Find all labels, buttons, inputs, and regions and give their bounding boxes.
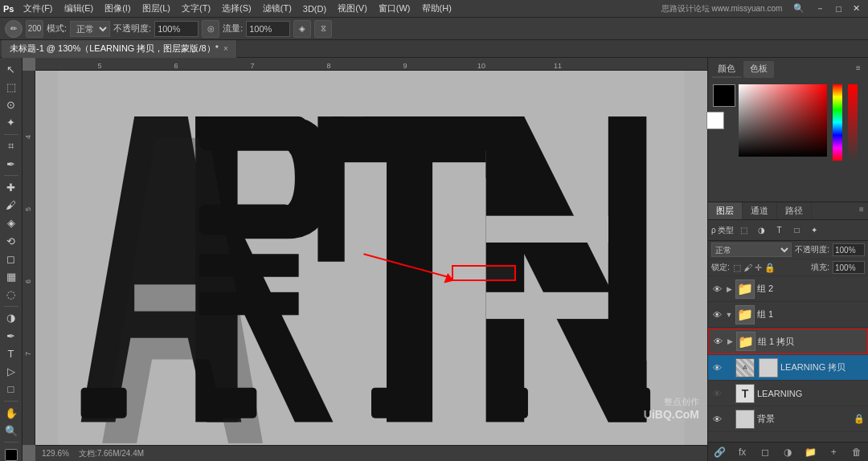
tab-swatches[interactable]: 色板 <box>743 61 774 78</box>
crop-tool[interactable]: ⌗ <box>2 138 20 154</box>
tab-channels[interactable]: 通道 <box>743 202 777 219</box>
tab-paths[interactable]: 路径 <box>777 202 812 219</box>
menu-image[interactable]: 图像(I) <box>100 1 135 16</box>
eraser-tool[interactable]: ◻ <box>2 251 20 267</box>
kind-label: ρ 类型 <box>711 225 734 236</box>
canvas-area[interactable]: 5 6 7 8 9 10 11 4 5 6 7 <box>23 58 707 461</box>
brush-tool-icon[interactable]: ✏ <box>5 20 23 38</box>
alpha-slider[interactable] <box>848 84 858 161</box>
menu-help[interactable]: 帮助(H) <box>417 1 457 16</box>
menu-edit[interactable]: 编辑(E) <box>59 1 99 16</box>
healing-tool[interactable]: ✚ <box>2 179 20 195</box>
layer-item-group2[interactable]: 👁 ▶ 📁 组 2 <box>708 276 868 302</box>
window-close[interactable]: ✕ <box>848 2 865 15</box>
gradient-tool[interactable]: ▦ <box>2 268 20 284</box>
shape-tool[interactable]: □ <box>2 381 20 398</box>
menu-3d[interactable]: 3D(D) <box>298 2 331 15</box>
layer-visibility-learning[interactable]: 👁 <box>711 389 723 398</box>
menu-text[interactable]: 文字(T) <box>177 1 215 16</box>
layer-blend-select[interactable]: 正常 <box>711 243 792 257</box>
text-tool[interactable]: T <box>2 345 20 361</box>
window-minimize[interactable]: － <box>811 1 829 16</box>
layer-item-background[interactable]: 👁 背景 🔒 <box>708 406 868 432</box>
flow-input[interactable] <box>246 21 290 37</box>
layer-visibility-learning-copy[interactable]: 👁 <box>711 363 723 373</box>
clone-tool[interactable]: ◈ <box>2 215 20 231</box>
layers-list[interactable]: 👁 ▶ 📁 组 2 👁 ▼ 📁 组 1 <box>708 276 868 442</box>
color-panel-menu-btn[interactable]: ≡ <box>852 61 865 74</box>
menu-window[interactable]: 窗口(W) <box>374 1 416 16</box>
flow-label: 流量: <box>223 22 243 35</box>
path-select-tool[interactable]: ▷ <box>2 364 20 380</box>
eyedropper-tool[interactable]: ✒ <box>2 156 20 172</box>
hue-slider[interactable] <box>833 84 842 161</box>
layer-item-learning[interactable]: 👁 T LEARNING <box>708 381 868 406</box>
fg-color-swatch[interactable] <box>5 449 18 461</box>
layer-item-group1[interactable]: 👁 ▼ 📁 组 1 <box>708 302 868 328</box>
ruler-mark-5: 5 <box>97 62 101 70</box>
color-gradient-picker[interactable] <box>739 84 827 157</box>
hand-tool[interactable]: ✋ <box>2 405 20 421</box>
menu-file[interactable]: 文件(F) <box>18 1 57 16</box>
layer-adjustment-btn[interactable]: ◑ <box>780 445 795 459</box>
layer-link-btn[interactable]: 🔗 <box>712 445 727 459</box>
lock-all-btn[interactable]: 🔒 <box>764 263 776 273</box>
canvas-content[interactable]: 整点创作 UiBQ.CoM <box>35 71 707 445</box>
marquee-tool[interactable]: ⬚ <box>2 79 20 95</box>
background-color[interactable] <box>706 112 724 129</box>
lasso-tool[interactable]: ⊙ <box>2 96 20 112</box>
tab-color[interactable]: 颜色 <box>711 61 742 78</box>
opacity-input[interactable] <box>154 21 199 37</box>
document-tab[interactable]: 未标题-1 @ 130%（LEARNING 拷贝，图层蒙版/8）* × <box>2 40 237 58</box>
layer-item-group1-copy[interactable]: 👁 ▶ 📁 组 1 拷贝 <box>708 328 868 354</box>
history-tool[interactable]: ⟲ <box>2 233 20 249</box>
layer-visibility-group2[interactable]: 👁 <box>711 284 723 294</box>
menu-filter[interactable]: 滤镜(T) <box>258 1 297 16</box>
filter-smart-btn[interactable]: ✦ <box>806 222 822 239</box>
filter-adjust-btn[interactable]: ◑ <box>753 222 769 239</box>
menu-select[interactable]: 选择(S) <box>217 1 256 16</box>
layer-expand-group1[interactable]: ▼ <box>725 311 733 319</box>
lock-position-btn[interactable]: ✛ <box>755 263 762 273</box>
svg-rect-17 <box>317 116 344 262</box>
menu-view[interactable]: 视图(V) <box>333 1 372 16</box>
lock-label: 锁定: <box>711 262 730 273</box>
layer-mask-btn[interactable]: ◻ <box>758 445 772 459</box>
filter-text-btn[interactable]: T <box>771 222 787 239</box>
zoom-tool[interactable]: 🔍 <box>2 422 20 439</box>
symmetry-btn[interactable]: ⧖ <box>314 20 332 38</box>
lock-transparent-btn[interactable]: ⬚ <box>733 263 741 273</box>
tab-close-btn[interactable]: × <box>223 44 228 53</box>
layer-fx-btn[interactable]: fx <box>735 445 750 459</box>
lock-paint-btn[interactable]: 🖌 <box>743 263 752 273</box>
layer-opacity-input[interactable] <box>833 243 865 256</box>
layer-item-learning-copy[interactable]: 👁 A LEARNING 拷贝 <box>708 355 868 381</box>
filter-shape-btn[interactable]: □ <box>788 222 805 239</box>
layer-visibility-group1[interactable]: 👁 <box>711 310 723 320</box>
search-btn[interactable]: 🔍 <box>788 2 809 15</box>
window-maximize[interactable]: □ <box>831 2 846 15</box>
fill-input[interactable] <box>833 261 865 274</box>
menu-layer[interactable]: 图层(L) <box>137 1 175 16</box>
layer-expand-group2[interactable]: ▶ <box>725 285 733 293</box>
layer-group-btn[interactable]: 📁 <box>804 445 818 459</box>
foreground-color[interactable] <box>713 84 735 107</box>
tablet-pressure-btn[interactable]: ◈ <box>293 20 311 38</box>
airbrush-toggle[interactable]: ◎ <box>202 20 219 38</box>
move-tool[interactable]: ↖ <box>2 61 20 77</box>
layer-new-btn[interactable]: + <box>826 445 841 459</box>
magic-wand-tool[interactable]: ✦ <box>2 115 20 131</box>
dodge-tool[interactable]: ◑ <box>2 310 20 326</box>
filter-pixel-btn[interactable]: ⬚ <box>735 222 751 239</box>
layer-expand-group1copy[interactable]: ▶ <box>726 337 734 345</box>
pen-tool[interactable]: ✒ <box>2 328 20 344</box>
blur-tool[interactable]: ◌ <box>2 287 20 303</box>
blend-mode-select[interactable]: 正常 <box>70 21 110 37</box>
layers-panel-menu-btn[interactable]: ≡ <box>855 202 868 215</box>
layer-delete-btn[interactable]: 🗑 <box>850 445 864 459</box>
brush-size-btn[interactable]: 200 <box>26 20 43 38</box>
layer-visibility-background[interactable]: 👁 <box>711 414 723 424</box>
brush-tool[interactable]: 🖌 <box>2 197 20 213</box>
tab-layers[interactable]: 图层 <box>708 202 743 219</box>
layer-visibility-group1copy[interactable]: 👁 <box>712 337 723 346</box>
